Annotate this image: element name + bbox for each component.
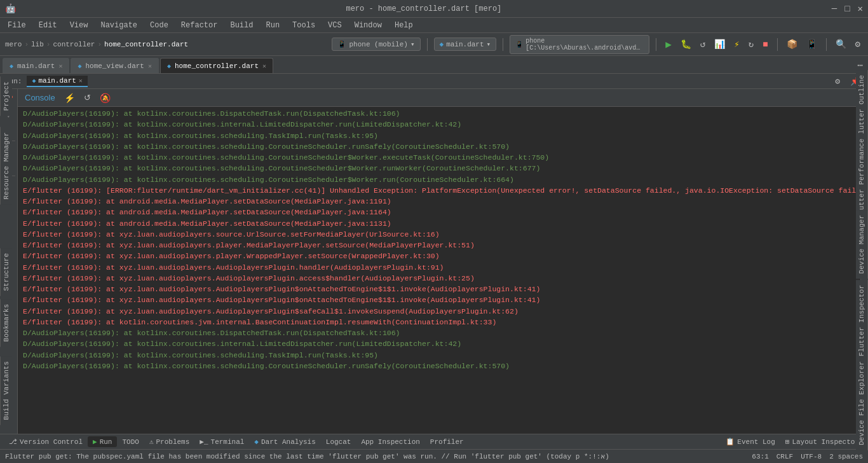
- flutter-inspector-vtab[interactable]: Flutter Inspector: [856, 280, 868, 361]
- problems-icon: ⚠: [149, 438, 154, 446]
- breadcrumb-mero[interactable]: mero: [5, 41, 22, 48]
- menu-window[interactable]: Window: [349, 20, 387, 31]
- run-tab-close[interactable]: ✕: [79, 77, 83, 85]
- device-label: phone (mobile): [349, 41, 407, 48]
- device-dropdown[interactable]: 📱 phone (mobile) ▾: [332, 38, 420, 51]
- title-controls: ─ □ ✕: [832, 3, 863, 14]
- breadcrumb-sep3: ›: [97, 41, 102, 48]
- search-button[interactable]: 🔍: [833, 36, 849, 52]
- dart-analysis-tab[interactable]: ◆ Dart Analysis: [249, 436, 320, 447]
- device-file-explorer-vtab[interactable]: Device File Explorer: [856, 356, 868, 450]
- tab-home-ctrl-label: home_controller.dart: [175, 62, 259, 70]
- tab-home-view[interactable]: ◆ home_view.dart ✕: [71, 58, 158, 73]
- tab-main-label: main.dart: [17, 62, 55, 70]
- menu-help[interactable]: Help: [390, 20, 418, 31]
- todo-tab[interactable]: TODO: [117, 437, 144, 447]
- problems-tab[interactable]: ⚠ Problems: [144, 436, 194, 447]
- minimize-button[interactable]: ─: [832, 4, 837, 14]
- run-tab-label: main.dart: [38, 77, 76, 85]
- version-control-tab[interactable]: ⎇ Version Control: [4, 436, 88, 447]
- app-inspection-tab[interactable]: App Inspection: [356, 437, 424, 447]
- menu-code[interactable]: Code: [145, 20, 173, 31]
- toolbar: mero › lib › controller › home_controlle…: [0, 33, 868, 56]
- profiler-tab[interactable]: Profiler: [425, 437, 469, 447]
- dart-icon: ◆: [440, 40, 444, 48]
- tab-home-controller[interactable]: ◆ home_controller.dart ✕: [160, 58, 273, 73]
- dart-file-dropdown[interactable]: ◆ main.dart ▾: [434, 38, 497, 51]
- coverage-button[interactable]: 📊: [712, 36, 728, 52]
- sdk-manager-button[interactable]: 📦: [784, 36, 800, 52]
- flutter-outline-vtab[interactable]: Flutter Outline: [856, 70, 868, 143]
- auto-restart-tab[interactable]: ↺: [81, 91, 94, 104]
- phone-icon: 📱: [337, 40, 346, 48]
- toolbar-sep2: [503, 38, 503, 51]
- log-line: D/AudioPlayers(16199): at kotlinx.corout…: [23, 328, 855, 338]
- menu-navigate[interactable]: Navigate: [95, 20, 142, 31]
- logcat-tab[interactable]: Logcat: [321, 437, 356, 447]
- console-tab[interactable]: Console: [22, 91, 58, 104]
- menu-vcs[interactable]: VCS: [323, 20, 347, 31]
- event-log-tab[interactable]: 📋 Event Log: [721, 436, 780, 447]
- cursor-position: 63:1: [752, 453, 768, 460]
- device-manager-vtab[interactable]: Device Manager: [856, 210, 868, 279]
- console-output[interactable]: D/AudioPlayers(16199): at kotlinx.corout…: [18, 107, 860, 434]
- tab-home-view-label: home_view.dart: [86, 62, 144, 70]
- menu-edit[interactable]: Edit: [34, 20, 62, 31]
- menu-tools[interactable]: Tools: [287, 20, 320, 31]
- tab-main-close[interactable]: ✕: [58, 62, 62, 70]
- layout-inspector-tab[interactable]: ⊞ Layout Inspector: [780, 436, 864, 447]
- log-line: E/flutter (16199): [ERROR:flutter/runtim…: [23, 185, 855, 196]
- stop-button[interactable]: ■: [760, 37, 770, 52]
- log-line: E/flutter (16199): at xyz.luan.audioplay…: [23, 273, 855, 284]
- phone-path-label: phone [C:\Users\Aburas\.android\avd\...]: [526, 38, 644, 52]
- menu-run[interactable]: Run: [261, 20, 285, 31]
- debug-button[interactable]: 🐛: [678, 36, 694, 52]
- tab-home-ctrl-close[interactable]: ✕: [262, 62, 266, 70]
- rerun-button[interactable]: ↺: [698, 36, 708, 52]
- phone-path-btn[interactable]: 📱 phone [C:\Users\Aburas\.android\avd\..…: [510, 35, 649, 54]
- breadcrumb-lib[interactable]: lib: [31, 41, 44, 48]
- terminal-label: Terminal: [211, 438, 245, 446]
- logcat-label: Logcat: [326, 438, 351, 446]
- close-button[interactable]: ✕: [858, 3, 863, 14]
- tab-dart-icon: ◆: [10, 62, 13, 70]
- hot-restart-button[interactable]: ↻: [746, 36, 756, 52]
- menu-refactor[interactable]: Refactor: [176, 20, 223, 31]
- log-line: D/AudioPlayers(16199): at kotlinx.corout…: [23, 163, 855, 174]
- tab-home-view-close[interactable]: ✕: [148, 62, 152, 70]
- resource-manager-vtab[interactable]: Resource Manager: [0, 127, 12, 205]
- project-vtab[interactable]: Project: [0, 76, 12, 116]
- vc-icon: ⎇: [9, 438, 17, 446]
- hot-reload-button[interactable]: ⚡: [731, 36, 742, 52]
- structure-vtab[interactable]: Structure: [0, 248, 12, 296]
- terminal-tab[interactable]: ▶_ Terminal: [194, 436, 249, 447]
- dart-dropdown-arrow: ▾: [487, 40, 491, 48]
- console-container: Console ⚡ ↺ 🔕 D/AudioPlayers(16199): at …: [18, 89, 860, 434]
- breadcrumb-controller[interactable]: controller: [53, 41, 95, 48]
- run-button[interactable]: ▶: [663, 36, 674, 53]
- avd-manager-button[interactable]: 📱: [804, 36, 820, 52]
- breadcrumb-file[interactable]: home_controller.dart: [104, 41, 188, 48]
- toolbar-sep3: [656, 38, 656, 51]
- build-variants-vtab[interactable]: Build Variants: [0, 356, 12, 425]
- log-line: E/flutter (16199): at xyz.luan.audioplay…: [23, 229, 855, 240]
- file-tabs: ◆ main.dart ✕ ◆ home_view.dart ✕ ◆ home_…: [0, 56, 868, 74]
- run-tab-main[interactable]: ◆ main.dart ✕: [27, 76, 87, 87]
- hot-reload-tab[interactable]: ⚡: [61, 91, 78, 105]
- bottom-toolbar: ⎇ Version Control ▶ Run TODO ⚠ Problems …: [0, 434, 868, 449]
- event-log-label: Event Log: [737, 438, 775, 446]
- maximize-button[interactable]: □: [844, 4, 850, 14]
- run-tab-bottom[interactable]: ▶ Run: [88, 436, 117, 447]
- log-line: D/AudioPlayers(16199): at kotlinx.corout…: [23, 350, 855, 361]
- breadcrumb-sep2: ›: [46, 41, 51, 48]
- log-line: E/flutter (16199): at kotlin.coroutines.…: [23, 317, 855, 328]
- menu-file[interactable]: File: [3, 20, 31, 31]
- bookmarks-vtab[interactable]: Bookmarks: [0, 299, 12, 347]
- settings-button[interactable]: ⚙: [853, 36, 863, 52]
- menu-view[interactable]: View: [65, 20, 93, 31]
- silent-tab[interactable]: 🔕: [97, 91, 114, 105]
- menu-build[interactable]: Build: [225, 20, 258, 31]
- run-settings-button[interactable]: ⚙: [832, 74, 843, 89]
- menu-bar: File Edit View Navigate Code Refactor Bu…: [0, 18, 868, 33]
- tab-main-dart[interactable]: ◆ main.dart ✕: [3, 58, 69, 73]
